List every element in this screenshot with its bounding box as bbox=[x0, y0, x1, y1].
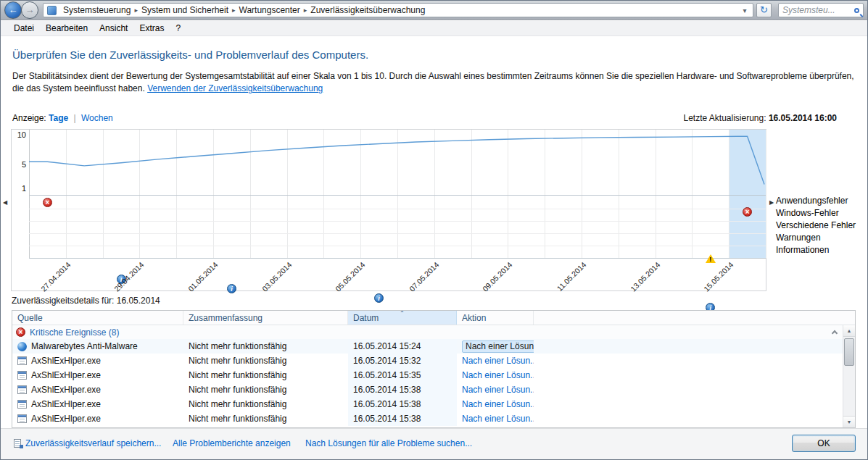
date-cell: 16.05.2014 15:35 bbox=[348, 368, 457, 382]
page-description: Der Stabilitätsindex dient der Bewertung… bbox=[12, 70, 858, 96]
title-bar: ← → Systemsteuerung▸System und Sicherhei… bbox=[1, 1, 867, 20]
source-name: AxShlExHlper.exe bbox=[31, 414, 101, 424]
column-header-label: Aktion bbox=[462, 313, 528, 323]
table-row[interactable]: AxShlExHlper.exeNicht mehr funktionsfähi… bbox=[12, 354, 843, 368]
breadcrumb-item[interactable]: System und Sicherheit bbox=[139, 5, 231, 15]
save-report-icon bbox=[14, 439, 21, 448]
table-header: QuelleZusammenfassungDatum▲Aktion bbox=[12, 311, 855, 325]
menu-item[interactable]: Extras bbox=[133, 21, 170, 36]
summary-cell: Nicht mehr funktionsfähig bbox=[183, 399, 348, 409]
table-row[interactable]: AxShlExHlper.exeNicht mehr funktionsfähi… bbox=[12, 368, 843, 382]
action-link[interactable]: Nach einer Lösun... bbox=[462, 370, 529, 380]
scrollbar-down-button[interactable]: ▼ bbox=[843, 416, 855, 427]
error-icon[interactable] bbox=[743, 207, 752, 217]
refresh-button[interactable]: ↻ bbox=[756, 3, 772, 17]
action-link[interactable]: Nach einer Lösun... bbox=[462, 340, 534, 353]
save-history-link[interactable]: Zuverlässigkeitsverlauf speichern... bbox=[25, 438, 161, 448]
collapse-chevron-icon[interactable] bbox=[832, 330, 838, 336]
x-axis-label: 05.05.2014 bbox=[327, 260, 367, 300]
view-reports-link[interactable]: Alle Problemberichte anzeigen bbox=[173, 438, 291, 448]
summary-cell: Nicht mehr funktionsfähig bbox=[183, 341, 348, 351]
chart-scroll-left-button[interactable]: ◀ bbox=[3, 199, 7, 206]
address-dropdown-icon[interactable]: ▾ bbox=[739, 7, 751, 14]
ok-button[interactable]: OK bbox=[792, 435, 856, 452]
back-arrow-icon: ← bbox=[9, 4, 18, 15]
last-update-label: Letzte Aktualisierung: bbox=[683, 113, 766, 123]
menu-item[interactable]: Datei bbox=[8, 21, 40, 36]
x-axis-label: 07.05.2014 bbox=[400, 260, 440, 300]
breadcrumb-item[interactable]: Wartungscenter bbox=[236, 5, 303, 15]
column-header-filler bbox=[534, 311, 855, 325]
x-axis-label: 09.05.2014 bbox=[474, 260, 514, 300]
x-axis-label: 13.05.2014 bbox=[621, 260, 661, 300]
breadcrumb-item[interactable]: Zuverlässigkeitsüberwachung bbox=[307, 5, 428, 15]
menu-item[interactable]: Ansicht bbox=[94, 21, 133, 36]
action-cell[interactable]: Nach einer Lösun... bbox=[457, 370, 534, 380]
source-name: AxShlExHlper.exe bbox=[31, 370, 101, 380]
action-link[interactable]: Nach einer Lösun... bbox=[462, 399, 529, 409]
action-link[interactable]: Nach einer Lösun... bbox=[462, 414, 529, 424]
action-cell[interactable]: Nach einer Lösun... bbox=[457, 399, 534, 409]
search-input[interactable] bbox=[782, 5, 845, 15]
search-box[interactable] bbox=[778, 3, 864, 17]
reliability-chart[interactable]: 105127.04.201429.04.201401.05.201403.05.… bbox=[11, 129, 766, 291]
chart-row-label: Anwendungsfehler bbox=[776, 195, 867, 207]
menu-item[interactable]: Bearbeiten bbox=[40, 21, 94, 36]
source-name: Malwarebytes Anti-Malware bbox=[31, 341, 138, 351]
forward-button[interactable]: → bbox=[21, 1, 38, 19]
search-solutions-link[interactable]: Nach Lösungen für alle Probleme suchen..… bbox=[305, 438, 472, 448]
breadcrumb-item[interactable]: Systemsteuerung bbox=[60, 5, 133, 15]
column-header-quelle[interactable]: Quelle bbox=[12, 311, 183, 325]
error-icon[interactable] bbox=[43, 198, 52, 207]
info-icon[interactable] bbox=[227, 284, 236, 293]
info-icon[interactable] bbox=[374, 293, 384, 303]
chart-scroll-right-button[interactable]: ▶ bbox=[769, 199, 774, 206]
group-row-critical-events[interactable]: Kritische Ereignisse (8) bbox=[12, 325, 843, 339]
table-row[interactable]: Malwarebytes Anti-MalwareNicht mehr funk… bbox=[12, 339, 843, 354]
x-axis-label: 27.04.2014 bbox=[32, 260, 72, 300]
menu-bar: DateiBearbeitenAnsichtExtras? bbox=[1, 21, 867, 36]
chart-row-label: Verschiedene Fehler bbox=[776, 219, 867, 232]
x-axis-label: 11.05.2014 bbox=[547, 260, 587, 300]
warning-icon[interactable] bbox=[706, 254, 716, 263]
menu-item[interactable]: ? bbox=[170, 21, 186, 36]
action-link[interactable]: Nach einer Lösun... bbox=[462, 385, 529, 395]
application-icon bbox=[17, 356, 27, 365]
back-button[interactable]: ← bbox=[4, 1, 22, 19]
table-row[interactable]: AxShlExHlper.exeNicht mehr funktionsfähi… bbox=[12, 411, 843, 426]
table-row[interactable]: AxShlExHlper.exeNicht mehr funktionsfähi… bbox=[12, 382, 843, 397]
summary-cell: Nicht mehr funktionsfähig bbox=[183, 414, 348, 424]
grid-line-horizontal bbox=[29, 258, 766, 259]
action-cell[interactable]: Nach einer Lösun... bbox=[457, 385, 534, 395]
column-header-label: Zusammenfassung bbox=[189, 313, 342, 323]
column-header-aktion[interactable]: Aktion bbox=[457, 311, 534, 325]
grid-line-horizontal bbox=[29, 209, 766, 209]
summary-cell: Nicht mehr funktionsfähig bbox=[183, 356, 348, 366]
address-bar[interactable]: Systemsteuerung▸System und Sicherheit▸Wa… bbox=[43, 3, 753, 17]
scrollbar-thumb[interactable] bbox=[844, 338, 854, 366]
column-header-label: Quelle bbox=[17, 313, 178, 323]
footer-bar: Zuverlässigkeitsverlauf speichern... All… bbox=[1, 428, 867, 459]
breadcrumb: Systemsteuerung▸System und Sicherheit▸Wa… bbox=[60, 5, 739, 15]
view-days-link[interactable]: Tage bbox=[49, 113, 68, 123]
action-cell[interactable]: Nach einer Lösun... bbox=[457, 414, 534, 424]
view-label: Anzeige: bbox=[12, 113, 46, 123]
column-header-datum[interactable]: Datum▲ bbox=[348, 311, 457, 325]
column-header-zusammenfassung[interactable]: Zusammenfassung bbox=[183, 311, 348, 325]
view-weeks-link[interactable]: Wochen bbox=[81, 113, 113, 123]
sort-ascending-icon: ▲ bbox=[400, 311, 405, 313]
action-cell[interactable]: Nach einer Lösun... bbox=[457, 356, 534, 366]
help-link[interactable]: Verwenden der Zuverlässigkeitsüberwachun… bbox=[147, 83, 323, 93]
page-title: Überprüfen Sie den Zuverlässigkeits- und… bbox=[12, 49, 368, 61]
last-update-value: 16.05.2014 16:00 bbox=[769, 113, 837, 123]
action-cell[interactable]: Nach einer Lösun... bbox=[457, 340, 534, 353]
details-table: QuelleZusammenfassungDatum▲Aktion Kritis… bbox=[12, 310, 856, 428]
x-axis-label: 15.05.2014 bbox=[695, 260, 735, 300]
search-icon[interactable] bbox=[854, 8, 859, 13]
table-scrollbar[interactable]: ▲ ▼ bbox=[843, 325, 855, 427]
chart-row-label: Informationen bbox=[776, 244, 867, 256]
scrollbar-up-button[interactable]: ▲ bbox=[843, 325, 855, 337]
table-row[interactable]: AxShlExHlper.exeNicht mehr funktionsfähi… bbox=[12, 397, 843, 411]
triangle-down-icon: ▼ bbox=[847, 419, 852, 425]
action-link[interactable]: Nach einer Lösun... bbox=[462, 356, 529, 366]
